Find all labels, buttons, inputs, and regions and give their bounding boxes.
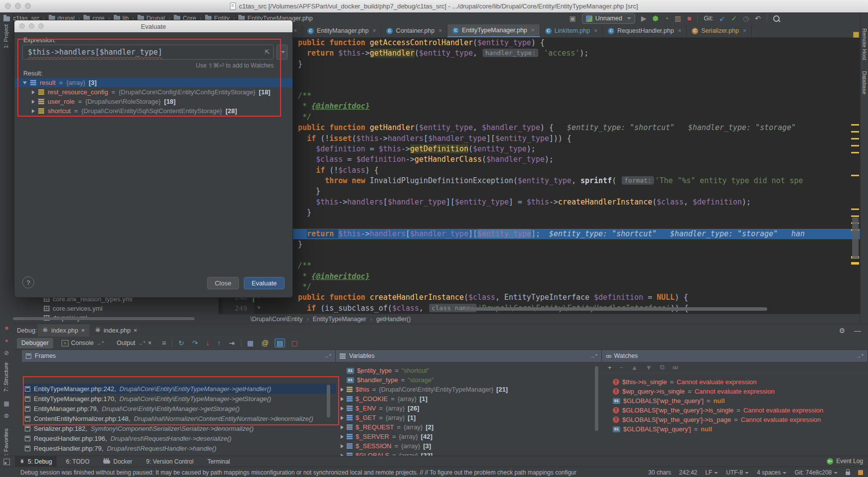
zoom-icon[interactable] [38,23,44,29]
window-stack-icon[interactable] [3,459,10,465]
expand-icon[interactable] [32,109,35,113]
status-30-chars[interactable]: 30 chars [649,469,671,476]
status-242-42[interactable]: 242:42 [679,469,698,476]
sidebar-item-favorites[interactable]: 2: Favorites [3,428,9,458]
editor-hscrollbar[interactable] [464,307,767,311]
expand-icon[interactable]: ⇱ [265,49,270,56]
variable-row[interactable]: $_ENV={array} [26] [336,404,602,413]
variable-row[interactable]: $_REQUEST={array} [2] [336,422,602,432]
add-watch-button[interactable]: + [608,364,612,371]
view-tab-output[interactable]: Output→*× [112,338,156,348]
stripe-mark[interactable] [851,138,859,139]
close-button[interactable]: Close [207,277,239,289]
update-project-button[interactable]: ↙ [720,15,725,22]
result-row[interactable]: shortcut={Drupal\Core\Entity\Sql\SqlCont… [14,106,292,116]
tool-button-9-version-control[interactable]: 9: Version Control [142,456,198,467]
close-icon[interactable]: × [148,340,151,346]
evaluate-button[interactable]: Evaluate [244,277,285,289]
maximize-window-icon[interactable] [25,3,31,9]
status-git-74e8c208[interactable]: Git: 74e8c208 [795,469,838,476]
close-icon[interactable]: × [81,327,85,334]
expand-icon[interactable] [341,397,344,401]
code-editor[interactable]: 2242252262272282292302312322332342352362… [218,38,860,314]
project-hscrollbar[interactable] [13,317,195,320]
event-log-button[interactable]: 9+ Event Log [827,456,863,467]
view-tab-debugger[interactable]: Debugger [17,338,53,348]
remove-watch-button[interactable]: − [620,364,624,371]
sidebar-item-project[interactable]: 1: Project [3,24,9,49]
variable-row[interactable]: $_SESSION={array} [3] [336,441,602,451]
watch-row[interactable]: !$this->is_single=Cannot evaluate expres… [602,377,868,387]
gear-icon[interactable]: ⚙ [839,327,845,335]
mute-breakpoints-icon[interactable]: ⊘ [0,350,13,356]
expand-icon[interactable] [341,407,344,410]
search-icon[interactable] [773,15,780,22]
frame-row[interactable]: Serializer.php:182,Symfony\Component\Ser… [22,423,336,433]
pin-icon[interactable]: →* [324,353,331,359]
breadcrumb-item[interactable]: getHandler() [376,316,411,323]
show-execution-point-icon[interactable]: ↻ [176,339,186,347]
evaluate-expression-icon[interactable]: ▦ [245,339,256,347]
tab-container-php[interactable]: CContainer.php× [381,24,447,37]
copy-watch-button[interactable]: ⧉ [660,363,664,371]
show-values-icon[interactable]: @ [260,339,271,347]
tab-serializer-php[interactable]: CSerializer.php× [687,24,752,37]
expression-input[interactable]: $this->handlers[$handler_type] ⇱ [22,45,274,60]
close-icon[interactable]: × [293,27,297,34]
step-into-icon[interactable]: ↓ [204,339,212,347]
stripe-mark[interactable] [851,215,859,217]
frames-scrollbar[interactable] [327,385,330,417]
help-button[interactable]: ? [22,276,34,288]
stop-button[interactable]: ■ [687,15,691,22]
minimize-icon[interactable]: — [854,327,861,335]
sidebar-item-remote-host[interactable]: Remote Host [862,28,868,60]
threads-view-icon[interactable]: ▤ [275,339,285,347]
status-4-spaces[interactable]: 4 spaces [757,469,787,476]
expand-icon[interactable] [32,100,35,104]
frame-down-icon[interactable]: ↓ [360,368,363,375]
expression-history-button[interactable] [277,45,288,60]
frame-up-icon[interactable]: ↑ [349,368,352,375]
run-to-cursor-icon[interactable]: ⇥ [227,339,237,347]
profiler-button[interactable]: ◔ [664,15,668,22]
restore-layout-icon[interactable]: ▢ [289,339,299,347]
play-button[interactable]: ▶ [641,15,647,22]
watch-row[interactable]: 01$GLOBALS['wp_the_query']=null [602,396,868,406]
stop-icon[interactable]: ■ [0,325,13,331]
watch-row[interactable]: 01$GLOBALS['wp_query']=null [602,424,868,434]
debug-session-tab[interactable]: index.php× [38,324,89,337]
tab-entitymanager-php[interactable]: CEntityManager.php× [302,24,381,37]
expand-icon[interactable] [32,90,35,94]
pin-icon[interactable]: →* [590,353,597,359]
breadcrumb-item[interactable]: EntityTypeManager [313,316,366,323]
tab-linkitem-php[interactable]: CLinkItem.php× [540,24,603,37]
tool-button-6-todo[interactable]: 6: TODO [62,456,94,467]
run-config-select[interactable]: Unnamed [582,13,635,24]
move-watch-down-button[interactable]: ▼ [646,364,652,371]
frame-row[interactable]: RequestHandler.php:79,Drupal\rest\Reques… [22,443,336,453]
window-controls[interactable] [5,3,31,9]
minimize-window-icon[interactable] [15,3,21,9]
frame-row[interactable]: EntityTypeManager.php:170,Drupal\Core\En… [22,394,336,404]
coverage-button[interactable]: ▥ [674,15,681,22]
breakpoints-icon[interactable]: ● [0,338,13,343]
layout-menu-icon[interactable]: ≡ [160,339,168,347]
step-out-icon[interactable]: ↑ [216,339,223,347]
dialog-window-controls[interactable] [19,23,44,29]
watch-row[interactable]: !$GLOBALS['wp_the_query']->is_page=Canno… [602,415,868,424]
variables-scrollbar[interactable] [595,366,598,431]
dialog-title-bar[interactable]: Evaluate [14,20,292,32]
status-lf[interactable]: LF [705,469,718,476]
sidebar-item-structure[interactable]: 7: Structure [3,362,9,392]
rollback-button[interactable]: ↶ [755,15,761,22]
expand-icon[interactable] [341,388,344,392]
grid-icon[interactable]: ▦ [0,401,13,407]
close-window-icon[interactable] [5,3,11,9]
project-file[interactable]: core.services.yml [44,305,102,312]
tab-entitytypemanager-php[interactable]: CEntityTypeManager.php× [447,24,540,37]
expand-icon[interactable] [341,435,344,439]
pin-icon[interactable]: →* [856,353,864,359]
tool-button-docker[interactable]: Docker [99,456,137,467]
move-watch-up-button[interactable]: ▲ [631,364,638,371]
close-icon[interactable]: × [743,27,746,34]
